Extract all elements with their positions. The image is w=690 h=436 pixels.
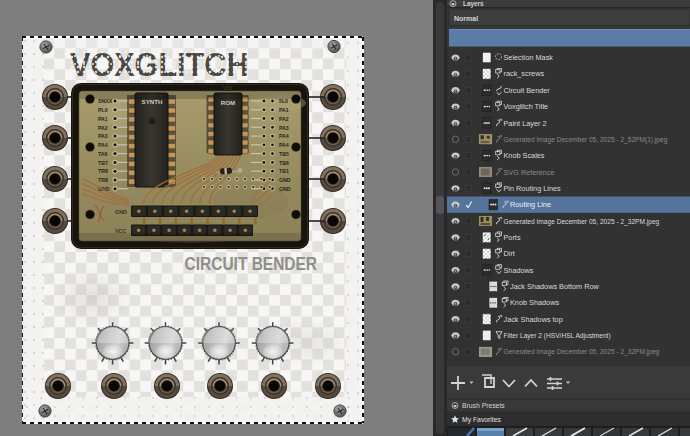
svg-text:Jack Shadows top: Jack Shadows top [504,315,563,324]
svg-text:GND: GND [115,209,127,215]
svg-text:My Favorites: My Favorites [462,416,502,424]
svg-text:SNXX: SNXX [98,98,113,104]
svg-text:Ports: Ports [504,233,521,242]
svg-text:Routing Line: Routing Line [510,200,551,209]
svg-text:SVG Reference: SVG Reference [504,168,555,177]
svg-text:Knob Shadows: Knob Shadows [510,298,559,307]
svg-text:PA4: PA4 [279,133,289,139]
svg-text:VOX: VOX [223,86,233,91]
svg-text:PA4: PA4 [98,142,108,148]
svg-text:TB6: TB6 [279,160,289,166]
svg-text:rack_screws: rack_screws [504,69,545,78]
svg-text:PA3: PA3 [279,125,289,131]
svg-text:Brush Presets: Brush Presets [462,402,505,409]
svg-text:PA4: PA4 [279,142,289,148]
svg-text:TR8: TR8 [98,168,108,174]
svg-text:PL0: PL0 [98,107,108,113]
svg-text:Generated Image December 05, 2: Generated Image December 05, 2025 - 2_32… [504,218,660,226]
svg-text:TB5: TB5 [279,151,289,157]
svg-text:Normal: Normal [454,15,478,22]
svg-text:Voxglitch Title: Voxglitch Title [504,102,549,111]
svg-text:TB7: TB7 [98,160,108,166]
svg-text:Filter Layer 2 (HSV/HSL Adjust: Filter Layer 2 (HSV/HSL Adjustment) [504,332,611,340]
svg-text:Jack Shadows Bottom Row: Jack Shadows Bottom Row [510,282,600,291]
svg-text:VCC: VCC [115,228,126,234]
svg-text:Pin Routing Lines: Pin Routing Lines [504,184,562,193]
svg-text:Circuit Bender: Circuit Bender [504,86,551,95]
svg-text:Generated Image December 05, 2: Generated Image December 05, 2025 - 2_52… [504,136,668,144]
svg-text:PA1: PA1 [279,107,289,113]
svg-text:GND: GND [279,186,291,192]
svg-text:GND: GND [279,177,291,183]
svg-text:PA1: PA1 [98,116,108,122]
svg-text:ROM: ROM [221,99,235,106]
svg-text:Selection Mask: Selection Mask [504,53,554,62]
svg-text:PA2: PA2 [98,125,108,131]
svg-text:TB1: TB1 [279,168,289,174]
svg-text:PA2: PA2 [279,116,289,122]
svg-text:5L0: 5L0 [279,98,288,104]
svg-text:Paint Layer 2: Paint Layer 2 [504,119,547,128]
svg-text:TR8: TR8 [98,177,108,183]
svg-text:Shadows: Shadows [504,266,534,275]
svg-text:TA6: TA6 [98,151,108,157]
svg-text:PA3: PA3 [98,133,108,139]
svg-text:SYNTH: SYNTH [142,98,164,105]
svg-text:Dirt: Dirt [504,249,515,258]
svg-text:Knob Scales: Knob Scales [504,151,545,160]
svg-text:Generated Image December 05, 2: Generated Image December 05, 2025 - 2_32… [504,348,660,356]
svg-text:Layers: Layers [463,0,484,8]
